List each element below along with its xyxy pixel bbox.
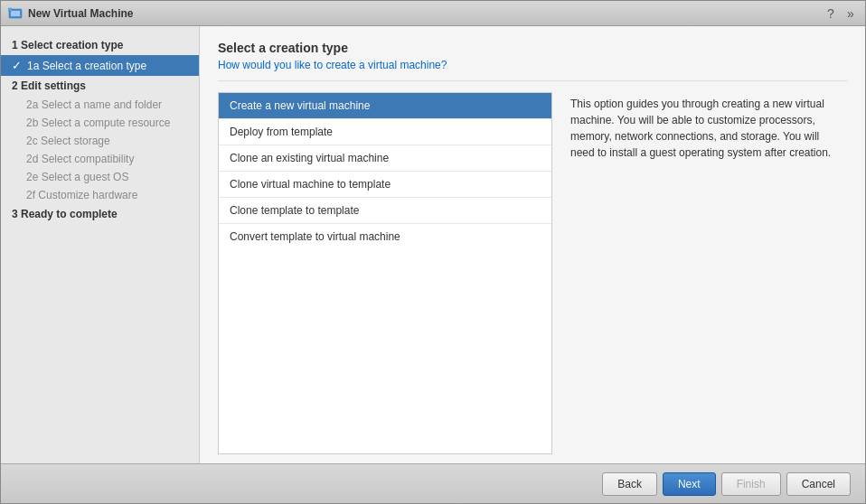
sidebar-item-2e-label: 2e Select a guest OS	[26, 171, 128, 183]
sidebar-item-2e: 2e Select a guest OS	[1, 168, 199, 186]
option-clone-to-template-label: Clone virtual machine to template	[230, 178, 391, 191]
sidebar-item-2a: 2a Select a name and folder	[1, 96, 199, 114]
sidebar-item-edit-settings[interactable]: 2 Edit settings	[1, 76, 199, 96]
content-area: Select a creation type How would you lik…	[200, 26, 865, 463]
sidebar-item-2d: 2d Select compatibility	[1, 150, 199, 168]
sidebar-item-1a[interactable]: ✓ 1a Select a creation type	[1, 55, 199, 76]
sidebar-item-2c: 2c Select storage	[1, 132, 199, 150]
option-clone-to-template[interactable]: Clone virtual machine to template	[219, 172, 551, 198]
option-create-new[interactable]: Create a new virtual machine	[219, 93, 551, 119]
sidebar: 1 Select creation type ✓ 1a Select a cre…	[1, 26, 200, 463]
next-button[interactable]: Next	[663, 472, 716, 496]
sidebar-item-2f-label: 2f Customize hardware	[26, 189, 137, 201]
option-clone-vm-label: Clone an existing virtual machine	[230, 152, 389, 164]
window-icon	[8, 6, 23, 21]
main-window: New Virtual Machine ? » 1 Select creatio…	[0, 0, 866, 504]
finish-button[interactable]: Finish	[721, 472, 781, 496]
option-deploy-template[interactable]: Deploy from template	[219, 119, 551, 145]
sidebar-item-2b-label: 2b Select a compute resource	[26, 117, 170, 129]
sidebar-item-2d-label: 2d Select compatibility	[26, 153, 134, 165]
sidebar-section-label: 1 Select creation type	[12, 39, 123, 51]
back-button[interactable]: Back	[602, 472, 657, 496]
option-clone-vm[interactable]: Clone an existing virtual machine	[219, 145, 551, 172]
menu-button[interactable]: »	[843, 6, 858, 21]
check-icon: ✓	[12, 59, 22, 72]
cancel-button[interactable]: Cancel	[786, 472, 851, 496]
main-content: 1 Select creation type ✓ 1a Select a cre…	[1, 26, 865, 463]
sidebar-item-select-creation-type[interactable]: 1 Select creation type	[1, 35, 199, 55]
svg-rect-2	[8, 8, 12, 11]
title-bar: New Virtual Machine ? »	[1, 1, 865, 26]
content-body: Create a new virtual machine Deploy from…	[218, 92, 847, 454]
options-list: Create a new virtual machine Deploy from…	[218, 92, 552, 454]
description-panel: This option guides you through creating …	[563, 92, 847, 454]
svg-rect-1	[11, 11, 20, 16]
option-deploy-template-label: Deploy from template	[230, 126, 333, 138]
option-create-new-label: Create a new virtual machine	[230, 99, 370, 112]
option-convert-template-label: Convert template to virtual machine	[230, 230, 400, 243]
option-clone-template-label: Clone template to template	[230, 204, 359, 217]
sidebar-item-2c-label: 2c Select storage	[26, 135, 110, 147]
footer: Back Next Finish Cancel	[1, 463, 865, 503]
sidebar-section-3-label: 3 Ready to complete	[12, 208, 118, 220]
sidebar-item-2f: 2f Customize hardware	[1, 186, 199, 204]
title-bar-controls: ? »	[824, 6, 858, 21]
option-clone-template-to-template[interactable]: Clone template to template	[219, 198, 551, 224]
sidebar-item-1a-label: 1a Select a creation type	[27, 60, 146, 72]
window-title: New Virtual Machine	[28, 7, 824, 20]
option-convert-template[interactable]: Convert template to virtual machine	[219, 224, 551, 249]
sidebar-item-ready[interactable]: 3 Ready to complete	[1, 204, 199, 224]
sidebar-item-2b: 2b Select a compute resource	[1, 114, 199, 132]
content-subtitle: How would you like to create a virtual m…	[218, 59, 847, 81]
content-title: Select a creation type	[218, 41, 847, 55]
sidebar-item-2a-label: 2a Select a name and folder	[26, 98, 162, 111]
sidebar-section-2-label: 2 Edit settings	[12, 79, 86, 92]
description-text: This option guides you through creating …	[570, 98, 831, 159]
help-button[interactable]: ?	[824, 6, 838, 21]
